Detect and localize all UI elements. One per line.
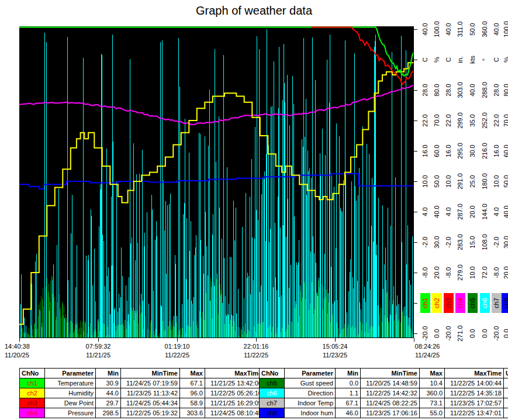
cell: 11/22/25 14:00:44 (445, 378, 504, 388)
legend-chip-label: ch4 (457, 298, 464, 308)
date-label: 11/22/25 (244, 352, 268, 359)
time-axis-tick (414, 338, 414, 342)
axis-unit-ch6: ° (482, 58, 488, 61)
col-header-min: Min (336, 369, 361, 378)
legend-chip-ch6: ch6 (480, 293, 490, 313)
axis-tick-label-ch2: 50.0 (434, 175, 440, 187)
axis-tick-label-ch8: 40.0 (503, 205, 508, 218)
cell: 30.9 (96, 378, 121, 388)
axis-tick-label-ch1: 22.0 (422, 114, 428, 126)
axis-tick-label-ch5: 30.0 (469, 144, 476, 157)
cell: 11/22/25 05:19:32 (121, 408, 180, 418)
col-header-maxtime: MaxTime (445, 369, 504, 378)
legend-chip-label: ch3 (445, 298, 452, 308)
axis-tick-label-ch6: 0.0 (482, 329, 488, 338)
right-axis-tick (414, 29, 417, 30)
time-label: 14:40:38 (5, 343, 30, 350)
axis-tick-label-ch8: 20.0 (503, 266, 508, 278)
right-axis-tick (414, 90, 417, 91)
right-axis-tick (414, 333, 417, 334)
cell: 11/22/25 14:35:18 (445, 388, 504, 398)
cell: Dew Point (45, 398, 96, 408)
cell: 11/22/25 14:42:32 (361, 388, 420, 398)
axis-tick-label-ch2: 40.0 (434, 205, 440, 218)
cell: 67.1 (336, 398, 361, 408)
time-label: 15:05:24 (323, 343, 348, 350)
axis-tick-label-ch3: -20.0 (445, 326, 452, 340)
axis-tick-label-ch5: 25.0 (469, 175, 476, 187)
cell: Direction (285, 388, 336, 398)
cell: ° (504, 388, 508, 398)
table-row-ch7: ch7Indoor Temp67.111/24/25 08:22:2573.11… (260, 398, 508, 408)
cell: 73.1 (420, 398, 445, 408)
axis-tick-label-ch2: 60.0 (434, 144, 440, 157)
axis-tick-label-ch6: 288.0 (482, 82, 488, 98)
col-header-mintime: MinTime (361, 369, 420, 378)
time-axis-tick (19, 338, 20, 342)
axis-tick-label-ch4: 279.0 (457, 264, 464, 281)
table-row-ch8: ch8Indoor hum46.011/23/25 17:06:1655.011… (260, 408, 508, 418)
time-axis-tick (177, 338, 178, 342)
col-header-max: Max (420, 369, 445, 378)
cell: 11/22/25 13:47:01 (445, 408, 504, 418)
axis-tick-label-ch4: 299.0 (457, 112, 464, 129)
date-label: 11/20/25 (5, 352, 29, 359)
axis-tick-label-ch3: 10.0 (445, 175, 452, 187)
table-row-ch5: ch5Gust speed0.011/20/25 14:48:5910.411/… (260, 378, 508, 388)
axis-tick-label-ch7: -2.0 (493, 237, 500, 248)
axis-tick-label-ch5: 40.0 (469, 84, 476, 96)
col-header-min: Min (96, 369, 121, 378)
cell: 11/24/25 07:19:59 (121, 378, 180, 388)
col-header-maxtime: MaxTime (205, 369, 264, 378)
table-row-ch2: ch2Humidity44.011/23/25 11:13:4296.011/2… (20, 388, 281, 398)
cell: 360.0 (420, 388, 445, 398)
axis-unit-ch1: C (422, 57, 428, 62)
table-row-ch3: ch3Dew Point29.711/24/25 05:44:3458.911/… (20, 398, 281, 408)
axis-tick-label-ch8: 0.0 (503, 329, 508, 338)
axis-tick-label-ch1: -8.0 (422, 267, 428, 278)
cell: 11/23/25 11:13:42 (121, 388, 180, 398)
cell: C (504, 398, 508, 408)
legend-chip-ch8: ch8 (502, 293, 508, 313)
col-header-max: Max (180, 369, 205, 378)
table-row-ch1: ch1Temperature30.911/24/25 07:19:5967.11… (20, 378, 281, 388)
channel-chip-ch2: ch2 (20, 388, 45, 398)
table-row-ch4: ch4Pressure298.511/22/25 05:19:32303.611… (20, 408, 281, 418)
time-label: 08:24:26 (415, 343, 440, 350)
right-axis-tick (414, 60, 417, 60)
axis-tick-label-ch4: 295.0 (457, 143, 464, 159)
axis-tick-label-ch1: 10.0 (422, 175, 428, 187)
cell: 58.9 (180, 398, 205, 408)
channel-chip-ch5: ch5 (260, 378, 285, 388)
cell: 11/24/25 08:10:45 (205, 408, 264, 418)
axis-tick-label-ch8: 30.0 (503, 236, 508, 248)
axis-tick-label-ch2: 20.0 (434, 266, 440, 278)
table-row-ch6: ch6Direction1.111/22/25 14:42:32360.011/… (260, 388, 508, 398)
axis-tick-label-ch4: 271.0 (457, 325, 464, 342)
cell: 44.0 (96, 388, 121, 398)
cell: % (504, 408, 508, 418)
col-header-parameter: Parameter (45, 369, 96, 378)
right-axis-tick (414, 151, 417, 152)
right-axis-tick (414, 303, 417, 304)
channel-chip-ch6: ch6 (260, 388, 285, 398)
weather-graph-page: Graph of weather data 40.0C28.022.016.01… (0, 0, 508, 420)
axis-tick-label-ch4: 311.0 (457, 22, 464, 37)
axis-tick-label-ch1: 16.0 (422, 144, 428, 157)
weather-plot (19, 26, 414, 338)
cell: 10.4 (420, 378, 445, 388)
axis-tick-label-ch5: 15.0 (469, 236, 476, 248)
axis-unit-ch4: in. (457, 56, 464, 63)
axis-tick-label-ch8: 50.0 (503, 175, 508, 187)
channel-chip-ch4: ch4 (20, 408, 45, 418)
cell: 11/20/25 14:48:59 (361, 378, 420, 388)
axis-tick-label-ch7: 10.0 (493, 175, 500, 187)
cell: Indoor Temp (285, 398, 336, 408)
time-label: 07:59:32 (86, 343, 111, 350)
cell: 96.0 (180, 388, 205, 398)
stats-table-right: ChNoParameterMinMinTimeMaxMaxTimeUnitch5… (259, 368, 508, 418)
axis-tick-label-ch3: 40.0 (445, 23, 452, 35)
axis-tick-label-ch1: -20.0 (422, 326, 428, 340)
stats-table-left: ChNoParameterMinMinTimeMaxMaxTimeUnitch1… (19, 368, 281, 418)
legend-chip-label: ch2 (433, 298, 440, 308)
